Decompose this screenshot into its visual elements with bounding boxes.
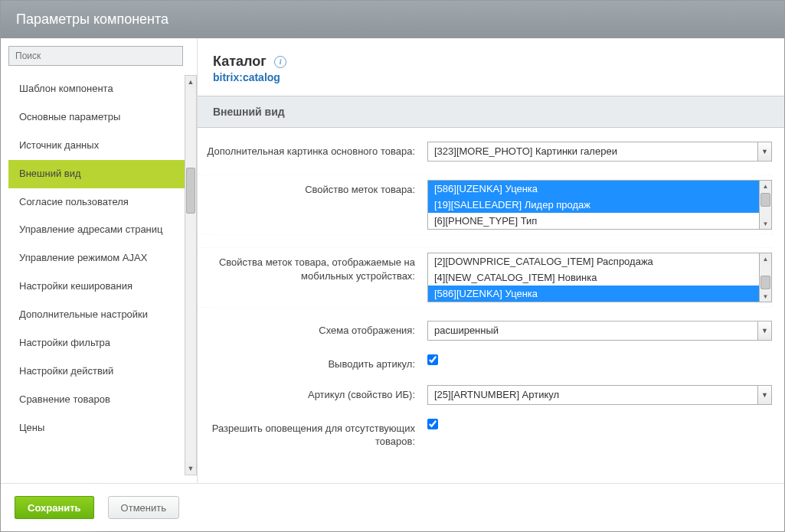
checkbox-show-sku[interactable]	[427, 354, 438, 365]
scrollbar-thumb[interactable]	[760, 276, 770, 289]
scroll-down-icon[interactable]: ▼	[760, 218, 771, 229]
multiselect-mobile-label-props[interactable]: [2][DOWNPRICE_CATALOG_ITEM] Распродажа[4…	[427, 253, 760, 302]
chevron-down-icon: ▼	[757, 321, 771, 340]
section-header: Внешний вид	[198, 96, 784, 128]
sidebar-item[interactable]: Основные параметры	[8, 103, 185, 132]
scrollbar-thumb[interactable]	[760, 193, 770, 207]
label-additional-image: Дополнительная картинка основного товара…	[198, 142, 427, 158]
main-panel: Каталог i bitrix:catalog Внешний вид Доп…	[198, 38, 784, 483]
label-allow-notify: Разрешить оповещения для отсутствующих т…	[198, 419, 427, 449]
cancel-button[interactable]: Отменить	[108, 496, 179, 519]
dialog-window: Параметры компонента Шаблон компонентаОс…	[0, 0, 785, 532]
scroll-up-icon[interactable]: ▲	[760, 253, 771, 264]
row-show-sku: Выводить артикул:	[198, 354, 772, 371]
select-view-scheme[interactable]: расширенный ▼	[427, 321, 772, 341]
sidebar-item[interactable]: Шаблон компонента	[8, 75, 185, 103]
chevron-down-icon: ▼	[757, 142, 771, 161]
multiselect-option[interactable]: [19][SALELEADER] Лидер продаж	[428, 197, 759, 213]
row-sku-prop: Артикул (свойство ИБ): [25][ARTNUMBER] А…	[198, 385, 772, 405]
chevron-down-icon: ▼	[757, 386, 771, 404]
label-sku-prop: Артикул (свойство ИБ):	[198, 385, 427, 402]
multiselect-option[interactable]: [586][UZENKA] Уценка	[428, 286, 759, 302]
multiselect-label-props[interactable]: [586][UZENKA] Уценка[19][SALELEADER] Лид…	[427, 180, 760, 230]
label-view-scheme: Схема отображения:	[198, 321, 427, 338]
row-view-scheme: Схема отображения: расширенный ▼	[198, 321, 772, 341]
multiselect-scrollbar[interactable]: ▲ ▼	[760, 180, 772, 230]
scroll-up-icon[interactable]: ▲	[760, 181, 771, 191]
row-additional-image: Дополнительная картинка основного товара…	[198, 142, 772, 162]
row-mobile-label-props: Свойства меток товара, отображаемые на м…	[198, 248, 772, 307]
form: Дополнительная картинка основного товара…	[198, 128, 784, 449]
scroll-up-icon[interactable]: ▲	[185, 76, 196, 88]
multiselect-option[interactable]: [4][NEW_CATALOG_ITEM] Новинка	[428, 269, 759, 286]
select-value: [25][ARTNUMBER] Артикул	[428, 386, 771, 403]
multiselect-option[interactable]: [6][PHONE_TYPE] Тип	[428, 213, 759, 229]
select-value: расширенный	[428, 321, 771, 339]
checkbox-allow-notify[interactable]	[427, 419, 438, 429]
sidebar-item[interactable]: Источник данных	[8, 132, 185, 160]
sidebar-scrollbar[interactable]: ▲ ▼	[185, 75, 197, 475]
main-header: Каталог i bitrix:catalog	[198, 38, 784, 96]
sidebar-item[interactable]: Настройки кеширования	[8, 273, 185, 301]
dialog-content: Шаблон компонентаОсновные параметрыИсточ…	[1, 38, 784, 483]
row-label-props: Свойство меток товара: [586][UZENKA] Уце…	[198, 175, 772, 234]
dialog-footer: Сохранить Отменить	[1, 483, 784, 531]
scrollbar-thumb[interactable]	[186, 168, 195, 214]
component-id: bitrix:catalog	[213, 71, 769, 83]
multiselect-scrollbar[interactable]: ▲ ▼	[760, 253, 772, 302]
sidebar-item[interactable]: Настройки действий	[8, 357, 185, 386]
row-allow-notify: Разрешить оповещения для отсутствующих т…	[198, 419, 772, 449]
scroll-down-icon[interactable]: ▼	[185, 462, 196, 475]
page-title: Каталог	[213, 54, 267, 70]
sidebar-item[interactable]: Согласие пользователя	[8, 188, 185, 217]
label-show-sku: Выводить артикул:	[198, 354, 427, 371]
sidebar-search	[8, 46, 183, 66]
sidebar: Шаблон компонентаОсновные параметрыИсточ…	[1, 38, 198, 483]
dialog-title: Параметры компонента	[1, 1, 784, 38]
sidebar-item[interactable]: Настройки фильтра	[8, 329, 185, 357]
info-icon[interactable]: i	[274, 56, 286, 68]
sidebar-item[interactable]: Дополнительные настройки	[8, 301, 185, 329]
sidebar-item[interactable]: Цены	[8, 414, 185, 442]
save-button[interactable]: Сохранить	[15, 496, 94, 519]
scroll-down-icon[interactable]: ▼	[760, 291, 771, 302]
label-mobile-label-props: Свойства меток товара, отображаемые на м…	[198, 253, 427, 282]
sidebar-item[interactable]: Внешний вид	[8, 160, 185, 188]
multiselect-option[interactable]: [2][DOWNPRICE_CATALOG_ITEM] Распродажа	[428, 253, 759, 269]
label-label-props: Свойство меток товара:	[198, 180, 427, 197]
sidebar-item[interactable]: Управление режимом AJAX	[8, 244, 185, 273]
sidebar-items: Шаблон компонентаОсновные параметрыИсточ…	[8, 75, 185, 475]
search-input[interactable]	[8, 46, 183, 66]
select-additional-image[interactable]: [323][MORE_PHOTO] Картинки галереи ▼	[427, 142, 772, 162]
select-value: [323][MORE_PHOTO] Картинки галереи	[428, 142, 771, 160]
multiselect-option[interactable]: [586][UZENKA] Уценка	[428, 181, 759, 197]
sidebar-item[interactable]: Управление адресами страниц	[8, 216, 185, 244]
select-sku-prop[interactable]: [25][ARTNUMBER] Артикул ▼	[427, 385, 772, 405]
sidebar-item[interactable]: Сравнение товаров	[8, 386, 185, 414]
